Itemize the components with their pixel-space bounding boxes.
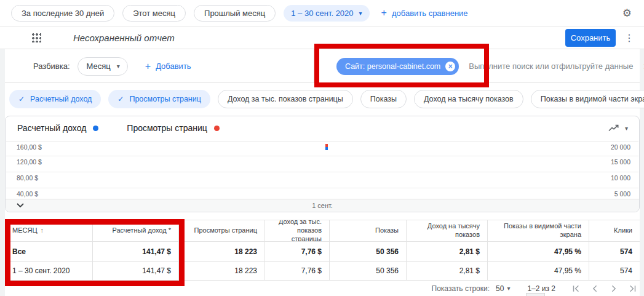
left-gutter — [0, 49, 5, 296]
red-series-dot-icon — [214, 126, 220, 131]
column-header-viewable-impressions[interactable]: Показы в видимой части экрана — [487, 220, 589, 241]
breakdown-month-dropdown[interactable]: Месяц ▾ — [78, 57, 128, 76]
chevron-down-icon: ▾ — [117, 63, 120, 70]
metric-chips-row: ✓ Расчетный доход ✓ Просмотры страниц До… — [5, 83, 640, 116]
chip-page-views[interactable]: ✓ Просмотры страниц — [108, 90, 210, 108]
cell-month: Все — [5, 242, 92, 261]
remove-filter-icon[interactable]: × — [445, 62, 455, 71]
column-header-page-views[interactable]: Просмотры страниц — [178, 220, 264, 241]
chevron-down-icon: ▾ — [625, 125, 628, 132]
cell-impression-rpm: 2,81 $ — [406, 262, 487, 280]
cell-viewable-impressions: 47,95 % — [487, 262, 589, 280]
cell-clicks: 574 — [589, 242, 640, 261]
sort-ascending-icon: ↑ — [41, 226, 44, 235]
y-axis-left-tick: 40,00 $ — [17, 190, 38, 198]
date-range-label: 1 – 30 сент. 2020 — [291, 9, 353, 18]
column-header-impressions[interactable]: Показы — [329, 220, 406, 241]
date-range-selector[interactable]: 1 – 30 сент. 2020 ▾ — [284, 5, 369, 22]
y-axis-right-tick: 5 000 — [614, 190, 630, 198]
y-axis-right-tick: 10 000 — [611, 174, 630, 182]
chip-label: Доход за тыс. показов страницы — [228, 95, 343, 103]
cell-impressions: 50 356 — [329, 242, 406, 261]
preset-last-30-days-button[interactable]: За последние 30 дней — [11, 5, 114, 22]
cell-page-rpm: 7,76 $ — [264, 262, 329, 280]
column-header-month[interactable]: МЕСЯЦ ↑ — [5, 220, 92, 241]
settings-gear-icon[interactable]: ⚙ — [622, 7, 632, 20]
cell-impressions: 50 356 — [329, 262, 406, 280]
preset-this-month-button[interactable]: Этот месяц — [122, 5, 186, 22]
adsense-report-screen: За последние 30 дней Этот месяц Прошлый … — [0, 0, 644, 296]
previous-page-icon[interactable] — [590, 284, 599, 293]
chip-label: Показы — [370, 95, 397, 103]
cell-viewable-impressions: 47,95 % — [487, 242, 589, 261]
chart-card: Расчетный доход Просмотры страниц ▾ 160,… — [5, 116, 640, 212]
line-chart-icon — [608, 124, 621, 132]
legend-estimated-earnings: Расчетный доход — [17, 123, 98, 133]
rows-per-page-label: Показать строки: — [432, 284, 490, 293]
x-axis-tick: 1 сент. — [6, 202, 639, 209]
blue-series-dot-icon — [93, 126, 98, 131]
legend-page-views: Просмотры страниц — [127, 123, 219, 133]
chip-label: Показы в видимой части экрана — [541, 95, 644, 103]
y-axis-left-tick: 160,00 $ — [17, 143, 42, 151]
breakdown-group: Разбивка: Месяц ▾ + Добавить — [33, 49, 191, 83]
chip-impression-rpm[interactable]: Доход на тысячу показов — [414, 90, 523, 108]
chip-viewable-impressions[interactable]: Показы в видимой части экрана — [531, 90, 644, 108]
legend-label: Расчетный доход — [17, 123, 86, 133]
legend-label: Просмотры страниц — [127, 123, 207, 133]
report-header-bar: Несохраненный отчет Сохранить ⋮ — [0, 27, 644, 49]
chart-type-selector[interactable]: ▾ — [608, 124, 628, 132]
column-header-impression-rpm[interactable]: Доход на тысячу показов — [406, 220, 487, 241]
gridline — [6, 156, 638, 156]
cell-estimated-earnings: 141,47 $ — [92, 262, 178, 280]
next-page-icon[interactable] — [610, 284, 618, 293]
chip-estimated-earnings[interactable]: ✓ Расчетный доход — [9, 90, 101, 108]
gridline — [6, 188, 638, 188]
preset-last-month-button[interactable]: Прошлый месяц — [194, 5, 276, 22]
chip-page-rpm[interactable]: Доход за тыс. показов страницы — [218, 90, 353, 108]
rows-dropdown-remnant — [526, 293, 545, 296]
chip-label: Просмотры страниц — [129, 95, 201, 103]
column-header-page-rpm[interactable]: Доход за тыс. показов страницы — [264, 220, 329, 241]
column-header-clicks[interactable]: Клики — [589, 220, 640, 241]
last-page-icon[interactable] — [629, 284, 637, 293]
cell-page-views: 18 223 — [178, 242, 264, 261]
plus-icon: + — [381, 7, 387, 18]
date-range-toolbar: За последние 30 дней Этот месяц Прошлый … — [0, 0, 644, 26]
table-row-total: Все 141,47 $ 18 223 7,76 $ 50 356 2,81 $… — [5, 242, 640, 262]
cell-clicks: 574 — [589, 262, 640, 280]
check-icon: ✓ — [117, 95, 124, 103]
filter-chip-label: Сайт: personal-cabinet.com — [345, 62, 440, 71]
plus-icon: + — [145, 61, 151, 72]
rows-per-page-value: 50 — [496, 284, 504, 293]
y-axis-left-tick: 120,00 $ — [17, 158, 42, 166]
cell-month: 1 – 30 сент. 2020 — [5, 262, 92, 280]
breakdown-label: Разбивка: — [33, 62, 70, 71]
chip-impressions[interactable]: Показы — [360, 90, 407, 108]
gridline — [6, 172, 638, 172]
gridline — [6, 141, 638, 142]
column-header-estimated-earnings[interactable]: Расчетный доход * — [92, 220, 178, 241]
add-comparison-button[interactable]: + добавить сравнение — [381, 7, 468, 18]
apps-grid-icon[interactable] — [32, 33, 41, 42]
pagination-controls — [571, 284, 637, 293]
add-breakdown-label: Добавить — [156, 62, 191, 71]
chevron-down-icon: ▾ — [359, 10, 362, 17]
chip-label: Доход на тысячу показов — [424, 95, 514, 103]
data-point-estimated-earnings[interactable] — [325, 147, 328, 150]
cell-estimated-earnings: 141,47 $ — [92, 242, 178, 261]
save-button[interactable]: Сохранить — [565, 29, 616, 47]
cell-page-views: 18 223 — [178, 262, 264, 280]
chevron-down-icon: ▾ — [507, 285, 510, 292]
site-filter-chip[interactable]: Сайт: personal-cabinet.com × — [336, 58, 459, 75]
filter-search-input[interactable]: Выполните поиск или отфильтруйте данные — [469, 62, 633, 71]
cell-impression-rpm: 2,81 $ — [406, 242, 487, 261]
add-breakdown-button[interactable]: + Добавить — [145, 61, 191, 72]
table-row-september: 1 – 30 сент. 2020 141,47 $ 18 223 7,76 $… — [5, 262, 640, 281]
breakdown-filter-toolbar: Разбивка: Месяц ▾ + Добавить Сайт: perso… — [5, 49, 640, 83]
chip-label: Расчетный доход — [30, 95, 92, 103]
rows-per-page-select[interactable]: 50 ▾ — [496, 284, 510, 293]
kebab-menu-icon[interactable]: ⋮ — [624, 32, 634, 44]
first-page-icon[interactable] — [571, 284, 580, 293]
chart-footer-strip: 1 сент. — [6, 199, 639, 212]
